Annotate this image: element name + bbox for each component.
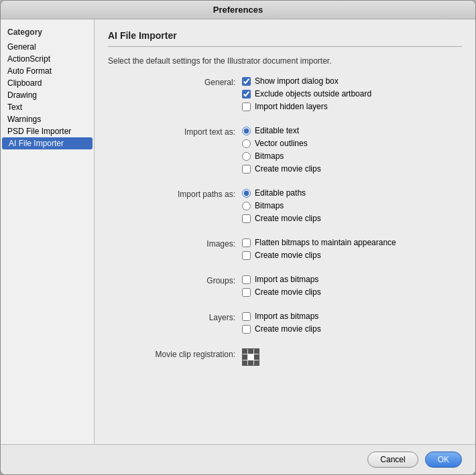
reg-cell-8 [248,360,253,365]
import-paths-label: Import paths as: [108,188,242,199]
create-movie-clips-paths-row[interactable]: Create movie clips [242,214,462,223]
spacer-3 [108,178,242,186]
flatten-bitmaps-row[interactable]: Flatten bitmaps to maintain appearance [242,238,462,247]
flatten-bitmaps-label: Flatten bitmaps to maintain appearance [255,238,396,247]
sidebar-item-ai-file-importer[interactable]: AI File Importer [2,137,93,149]
spacer-2 [242,115,462,123]
sidebar-item-clipboard[interactable]: Clipboard [1,77,94,89]
import-text-label: Import text as: [108,126,242,137]
sidebar-item-drawing[interactable]: Drawing [1,89,94,101]
create-movie-clips-images-label: Create movie clips [255,251,321,260]
create-movie-clips-images-checkbox[interactable] [242,251,251,260]
reg-cell-2 [248,349,253,354]
reg-cell-5 [248,354,253,359]
create-movie-clips-paths-checkbox[interactable] [242,214,251,223]
import-hidden-layers-row[interactable]: Import hidden layers [242,102,462,111]
vector-outlines-radio[interactable] [242,139,251,148]
title-bar: Preferences [1,1,475,19]
bitmaps-paths-label: Bitmaps [255,201,284,210]
create-movie-clips-layers-checkbox[interactable] [242,325,251,334]
sidebar-item-actionscript[interactable]: ActionScript [1,53,94,65]
show-import-dialog-row[interactable]: Show import dialog box [242,76,462,86]
sidebar-item-general[interactable]: General [1,41,94,53]
reg-cell-6 [254,354,259,359]
create-movie-clips-images-row[interactable]: Create movie clips [242,251,462,260]
import-as-bitmaps-layers-checkbox[interactable] [242,312,251,321]
layers-label: Layers: [108,312,242,322]
sidebar-label: Category [1,25,94,41]
cancel-button[interactable]: Cancel [367,452,418,468]
show-import-dialog-label: Show import dialog box [255,76,339,86]
ok-button[interactable]: OK [425,452,462,468]
bitmaps-text-radio[interactable] [242,152,251,161]
vector-outlines-row[interactable]: Vector outlines [242,139,462,148]
preferences-dialog: Preferences Category General ActionScrip… [0,0,476,475]
editable-text-row[interactable]: Editable text [242,126,462,135]
create-movie-clips-text-label: Create movie clips [255,164,321,174]
bitmaps-paths-row[interactable]: Bitmaps [242,201,462,210]
sidebar-item-psd-file-importer[interactable]: PSD File Importer [1,125,94,137]
sidebar-item-text[interactable]: Text [1,101,94,113]
import-as-bitmaps-layers-label: Import as bitmaps [255,312,318,321]
import-hidden-layers-checkbox[interactable] [242,103,251,111]
images-label: Images: [108,238,242,249]
groups-label: Groups: [108,275,242,285]
bitmaps-paths-radio[interactable] [242,202,251,210]
spacer-1 [108,115,242,123]
create-movie-clips-text-row[interactable]: Create movie clips [242,164,462,174]
movie-clip-reg-label: Movie clip registration: [108,348,242,359]
exclude-objects-row[interactable]: Exclude objects outside artboard [242,89,462,98]
footer: Cancel OK [1,444,475,474]
create-movie-clips-layers-label: Create movie clips [255,324,321,334]
movie-clip-registration-icon[interactable] [242,348,259,366]
exclude-objects-label: Exclude objects outside artboard [255,89,371,98]
create-movie-clips-text-checkbox[interactable] [242,165,251,174]
movie-clip-registration-row [242,348,462,366]
spacer-5 [108,227,242,235]
spacer-6 [242,227,462,235]
editable-paths-radio[interactable] [242,189,251,198]
show-import-dialog-checkbox[interactable] [242,77,251,86]
create-movie-clips-paths-label: Create movie clips [255,214,321,223]
reg-cell-4 [243,354,247,359]
settings-grid: General: Show import dialog box Exclude … [108,76,462,367]
general-options: Show import dialog box Exclude objects o… [242,76,462,113]
description: Select the default settings for the Illu… [108,56,462,66]
main-content: AI File Importer Select the default sett… [95,19,475,444]
dialog-title: Preferences [213,5,263,15]
spacer-10 [242,301,462,309]
section-title: AI File Importer [108,30,462,41]
create-movie-clips-groups-checkbox[interactable] [242,288,251,297]
create-movie-clips-groups-label: Create movie clips [255,287,321,297]
import-as-bitmaps-groups-row[interactable]: Import as bitmaps [242,275,462,284]
sidebar-item-warnings[interactable]: Warnings [1,113,94,125]
import-hidden-layers-label: Import hidden layers [255,102,328,111]
reg-cell-9 [254,360,259,365]
editable-paths-row[interactable]: Editable paths [242,188,462,198]
bitmaps-text-label: Bitmaps [255,151,284,161]
editable-text-radio[interactable] [242,127,251,135]
bitmaps-text-row[interactable]: Bitmaps [242,151,462,161]
reg-cell-1 [243,349,247,354]
flatten-bitmaps-checkbox[interactable] [242,239,251,247]
images-options: Flatten bitmaps to maintain appearance C… [242,238,462,261]
spacer-7 [108,264,242,272]
import-text-options: Editable text Vector outlines Bitmaps Cr… [242,126,462,175]
section-divider [108,46,462,47]
layers-options: Import as bitmaps Create movie clips [242,312,462,335]
reg-cell-3 [254,349,259,354]
create-movie-clips-groups-row[interactable]: Create movie clips [242,287,462,297]
exclude-objects-checkbox[interactable] [242,90,251,98]
vector-outlines-label: Vector outlines [255,139,308,148]
groups-options: Import as bitmaps Create movie clips [242,275,462,298]
editable-text-label: Editable text [255,126,299,135]
import-as-bitmaps-groups-label: Import as bitmaps [255,275,318,284]
spacer-11 [108,338,242,346]
import-as-bitmaps-groups-checkbox[interactable] [242,275,251,284]
spacer-4 [242,178,462,186]
movie-clip-reg-options [242,348,462,367]
spacer-12 [242,338,462,346]
create-movie-clips-layers-row[interactable]: Create movie clips [242,324,462,334]
sidebar-item-auto-format[interactable]: Auto Format [1,65,94,77]
import-as-bitmaps-layers-row[interactable]: Import as bitmaps [242,312,462,321]
